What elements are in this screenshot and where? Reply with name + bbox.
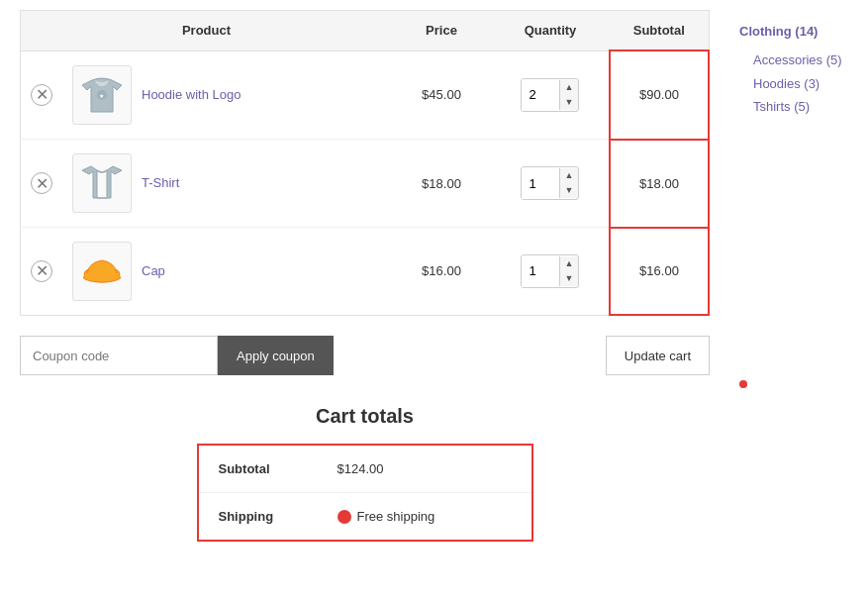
qty-wrapper-hoodie: ▲ ▼	[521, 78, 580, 112]
coupon-input[interactable]	[20, 336, 218, 375]
sidebar: Clothing (14) Accessories (5) Hoodies (3…	[729, 10, 868, 591]
svg-text:★: ★	[99, 93, 104, 99]
col-header-quantity: Quantity	[491, 11, 610, 51]
cart-row-hoodie: ✕ ★ Hoodie with Logo	[21, 50, 710, 140]
qty-input-tshirt[interactable]	[522, 167, 559, 199]
subtotal-cell-cap: $16.00	[610, 228, 709, 316]
qty-cell-hoodie: ▲ ▼	[491, 50, 610, 140]
totals-shipping-row: Shipping Free shipping	[199, 493, 531, 540]
totals-subtotal-row: Subtotal $124.00	[199, 446, 531, 493]
qty-down-cap[interactable]: ▼	[560, 271, 579, 286]
qty-cell-tshirt: ▲ ▼	[491, 140, 610, 228]
qty-input-hoodie[interactable]	[522, 79, 559, 111]
remove-button-tshirt[interactable]: ✕	[31, 172, 52, 194]
product-thumb-hoodie: ★	[72, 65, 132, 125]
qty-wrapper-cap: ▲ ▼	[521, 254, 580, 288]
red-dot-decoration	[739, 380, 747, 388]
qty-cell-cap: ▲ ▼	[491, 228, 610, 316]
update-cart-button[interactable]: Update cart	[606, 336, 710, 375]
remove-cell-hoodie: ✕	[21, 50, 63, 140]
price-cell-cap: $16.00	[392, 228, 491, 316]
remove-cell-cap: ✕	[21, 228, 63, 316]
sidebar-item-accessories[interactable]: Accessories (5)	[753, 49, 858, 71]
sidebar-item-hoodies[interactable]: Hoodies (3)	[753, 72, 858, 95]
product-cell-tshirt: T-Shirt	[62, 140, 392, 228]
cart-totals-title: Cart totals	[316, 405, 414, 428]
totals-subtotal-value: $124.00	[338, 461, 384, 476]
product-thumb-tshirt	[72, 153, 132, 213]
qty-wrapper-tshirt: ▲ ▼	[521, 166, 580, 200]
remove-button-cap[interactable]: ✕	[31, 260, 52, 282]
product-cell-cap: Cap	[62, 228, 392, 315]
product-link-hoodie[interactable]: Hoodie with Logo	[142, 87, 241, 102]
product-link-cap[interactable]: Cap	[142, 263, 165, 278]
price-cell-tshirt: $18.00	[392, 140, 491, 228]
free-shipping-radio-icon	[338, 510, 351, 524]
cart-totals-section: Cart totals Subtotal $124.00 Shipping Fr…	[20, 405, 710, 542]
product-cell-hoodie: ★ Hoodie with Logo	[62, 51, 392, 140]
col-header-price: Price	[392, 11, 491, 51]
qty-up-tshirt[interactable]: ▲	[560, 168, 579, 183]
qty-spinners-cap: ▲ ▼	[559, 256, 579, 286]
product-link-tshirt[interactable]: T-Shirt	[142, 175, 179, 190]
cart-row-tshirt: ✕ T-Shirt $18.00	[21, 140, 710, 228]
sidebar-subcategories: Accessories (5) Hoodies (3) Tshirts (5)	[739, 49, 858, 118]
subtotal-cell-tshirt: $18.00	[610, 140, 709, 228]
qty-up-cap[interactable]: ▲	[560, 256, 579, 271]
qty-up-hoodie[interactable]: ▲	[560, 80, 579, 95]
subtotal-cell-hoodie: $90.00	[610, 50, 709, 140]
totals-subtotal-label: Subtotal	[219, 461, 338, 476]
cart-row-cap: ✕ Cap $1	[21, 228, 710, 316]
qty-down-hoodie[interactable]: ▼	[560, 95, 579, 110]
apply-coupon-button[interactable]: Apply coupon	[218, 336, 334, 375]
price-cell-hoodie: $45.00	[392, 50, 491, 140]
col-header-product: Product	[21, 11, 393, 51]
qty-spinners-tshirt: ▲ ▼	[559, 168, 579, 198]
product-thumb-cap	[72, 242, 132, 301]
sidebar-item-clothing[interactable]: Clothing (14)	[739, 20, 858, 43]
sidebar-item-tshirts[interactable]: Tshirts (5)	[753, 95, 858, 118]
remove-button-hoodie[interactable]: ✕	[31, 84, 52, 106]
qty-down-tshirt[interactable]: ▼	[560, 183, 579, 198]
totals-shipping-value: Free shipping	[338, 509, 435, 524]
qty-spinners-hoodie: ▲ ▼	[559, 80, 579, 110]
totals-shipping-label: Shipping	[219, 509, 338, 524]
col-header-subtotal: Subtotal	[610, 11, 709, 51]
remove-cell-tshirt: ✕	[21, 140, 63, 228]
qty-input-cap[interactable]	[522, 255, 559, 287]
coupon-row: Apply coupon Update cart	[20, 336, 710, 375]
cart-totals-box: Subtotal $124.00 Shipping Free shipping	[197, 444, 533, 542]
cart-table: Product Price Quantity Subtotal	[20, 10, 710, 316]
